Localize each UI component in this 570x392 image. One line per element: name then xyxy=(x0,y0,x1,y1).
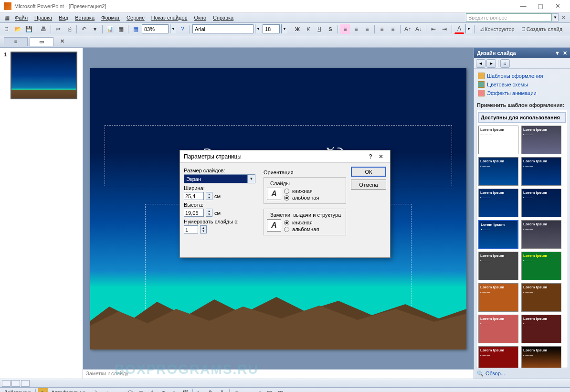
tab-slides[interactable]: ▭ xyxy=(30,37,53,46)
chart-icon[interactable]: 📊 xyxy=(105,24,115,34)
clipart-icon[interactable]: ☺ xyxy=(169,388,179,392)
table-icon[interactable]: ▦ xyxy=(116,24,126,34)
help-icon[interactable]: ? xyxy=(178,24,187,34)
menu-window[interactable]: Окно xyxy=(191,14,210,21)
nav-home-icon[interactable]: ⌂ xyxy=(500,59,510,68)
dialog-help-icon[interactable]: ? xyxy=(365,153,376,160)
app-menu-icon[interactable]: ▦ xyxy=(2,13,11,22)
template-item[interactable]: Lorem Ipsum• — — xyxy=(521,189,561,217)
template-item[interactable]: Lorem Ipsum• — — xyxy=(521,220,561,249)
line-style-icon[interactable]: ≡ xyxy=(232,388,242,392)
notes-portrait-radio[interactable] xyxy=(284,220,289,225)
link-color-schemes[interactable]: Цветовые схемы xyxy=(478,80,566,89)
panel-dropdown-icon[interactable]: ▼ xyxy=(555,50,560,56)
menu-view[interactable]: Вид xyxy=(55,14,72,21)
autoshapes-menu[interactable]: Автофигуры ▾ xyxy=(49,390,87,392)
panel-close-icon[interactable]: ✕ xyxy=(563,50,567,56)
template-item[interactable]: Lorem Ipsum• — — xyxy=(478,157,518,186)
menu-edit[interactable]: Правка xyxy=(31,14,55,21)
align-right-icon[interactable]: ≡ xyxy=(362,24,372,34)
link-animation-effects[interactable]: Эффекты анимации xyxy=(478,89,566,97)
constructor-button[interactable]: ☑ Конструктор xyxy=(477,24,517,34)
grid-icon[interactable]: ▦ xyxy=(131,24,140,34)
template-item[interactable]: Lorem Ipsum• — — xyxy=(521,157,561,186)
browse-link[interactable]: 🔍 Обзор... xyxy=(474,368,570,379)
menu-slideshow[interactable]: Показ слайдов xyxy=(148,14,191,21)
indent-icon[interactable]: ⇥ xyxy=(440,24,449,34)
rect-icon[interactable]: ▭ xyxy=(115,388,124,392)
zoom-dropdown-icon[interactable]: ▼ xyxy=(170,24,176,33)
fontsize-dropdown-icon[interactable]: ▼ xyxy=(281,24,287,33)
decrease-font-icon[interactable]: A↓ xyxy=(414,24,423,34)
template-item[interactable]: Lorem Ipsum• — — xyxy=(521,252,561,280)
menu-help[interactable]: Справка xyxy=(210,14,237,21)
slides-landscape-radio[interactable] xyxy=(284,195,289,201)
link-design-templates[interactable]: Шаблоны оформления xyxy=(478,72,566,80)
font-color-dropdown-icon[interactable]: ▼ xyxy=(465,24,472,33)
shadow-icon[interactable]: S xyxy=(326,24,335,34)
height-spinner[interactable]: ▲▼ xyxy=(206,209,212,217)
menu-format[interactable]: Формат xyxy=(98,14,123,21)
help-dropdown-icon[interactable]: ▼ xyxy=(552,13,559,21)
new-slide-button[interactable]: 🗋 Создать слайд xyxy=(518,24,565,34)
slides-portrait-radio[interactable] xyxy=(284,189,289,194)
cut-icon[interactable]: ✂ xyxy=(53,24,63,34)
outdent-icon[interactable]: ⇤ xyxy=(429,24,438,34)
diagram-icon[interactable]: ◔ xyxy=(158,388,168,392)
print-icon[interactable]: 🖶 xyxy=(39,24,48,34)
normal-view-icon[interactable] xyxy=(2,380,11,387)
bold-icon[interactable]: Ж xyxy=(293,24,302,34)
dialog-close-icon[interactable]: ✕ xyxy=(376,153,386,160)
line-icon[interactable]: ＼ xyxy=(93,388,102,392)
ok-button[interactable]: ОК xyxy=(351,167,386,177)
textbox-icon[interactable]: ▢ xyxy=(137,388,146,392)
italic-icon[interactable]: К xyxy=(304,24,313,34)
arrow-icon[interactable]: ↘ xyxy=(104,388,113,392)
picture-icon[interactable]: 🖼 xyxy=(180,388,190,392)
notes-landscape-radio[interactable] xyxy=(284,227,289,232)
font-combo[interactable]: Arial xyxy=(192,24,253,33)
arrow-style-icon[interactable]: ⇄ xyxy=(254,388,264,392)
pointer-icon[interactable]: ↖ xyxy=(38,388,48,392)
font-dropdown-icon[interactable]: ▼ xyxy=(255,24,261,33)
menu-insert[interactable]: Вставка xyxy=(72,14,98,21)
template-item[interactable]: Lorem Ipsum• — — xyxy=(478,315,518,343)
font-color-icon[interactable]: A xyxy=(454,24,464,34)
number-spinner[interactable]: ▲▼ xyxy=(200,225,207,233)
align-center-icon[interactable]: ≡ xyxy=(351,24,361,34)
template-item[interactable]: Lorem Ipsum• — — xyxy=(478,252,518,280)
menu-file[interactable]: Файл xyxy=(11,14,31,21)
width-spinner[interactable]: ▲▼ xyxy=(206,192,212,200)
width-input[interactable] xyxy=(184,192,204,200)
doc-close-button[interactable]: ✕ xyxy=(559,12,568,23)
cancel-button[interactable]: Отмена xyxy=(351,180,386,190)
template-item[interactable]: Lorem Ipsum• — — xyxy=(521,283,561,312)
copy-icon[interactable]: ⎘ xyxy=(64,24,74,34)
nav-forward-icon[interactable]: ► xyxy=(486,59,496,68)
help-search-input[interactable]: Введите вопрос xyxy=(466,13,552,21)
template-item-selected[interactable]: Lorem Ipsum• — — xyxy=(478,220,518,249)
template-item[interactable]: Lorem Ipsum• — — xyxy=(521,346,561,368)
shadow-style-icon[interactable]: ▣ xyxy=(265,388,274,392)
open-icon[interactable]: 📂 xyxy=(13,24,22,34)
close-button[interactable]: ✕ xyxy=(549,1,566,11)
fontsize-combo[interactable]: 18 xyxy=(263,24,280,33)
actions-menu[interactable]: Действия ▾ xyxy=(2,390,33,392)
line-color-icon[interactable]: ✎ xyxy=(206,388,216,392)
redo-icon[interactable]: ▾ xyxy=(90,24,100,34)
fill-color-icon[interactable]: ◣ xyxy=(195,388,205,392)
dash-style-icon[interactable]: ┅ xyxy=(243,388,253,392)
tabs-close-icon[interactable]: ✕ xyxy=(60,38,64,44)
template-item[interactable]: Lorem Ipsum• — — xyxy=(521,315,561,343)
sorter-view-icon[interactable] xyxy=(11,380,20,387)
bullets-icon[interactable]: ≡ xyxy=(388,24,398,34)
oval-icon[interactable]: ◯ xyxy=(126,388,135,392)
save-icon[interactable]: 💾 xyxy=(24,24,33,34)
template-item[interactable]: Lorem Ipsum• — — xyxy=(478,189,518,217)
thumb-slide-1[interactable] xyxy=(11,52,77,99)
template-item[interactable]: Lorem Ipsum• — — xyxy=(478,283,518,312)
slideshow-view-icon[interactable] xyxy=(21,380,30,387)
new-icon[interactable]: 🗋 xyxy=(2,24,11,34)
tab-outline[interactable]: ≡ xyxy=(4,37,28,46)
template-item[interactable]: Lorem Ipsum• — — xyxy=(521,126,561,154)
